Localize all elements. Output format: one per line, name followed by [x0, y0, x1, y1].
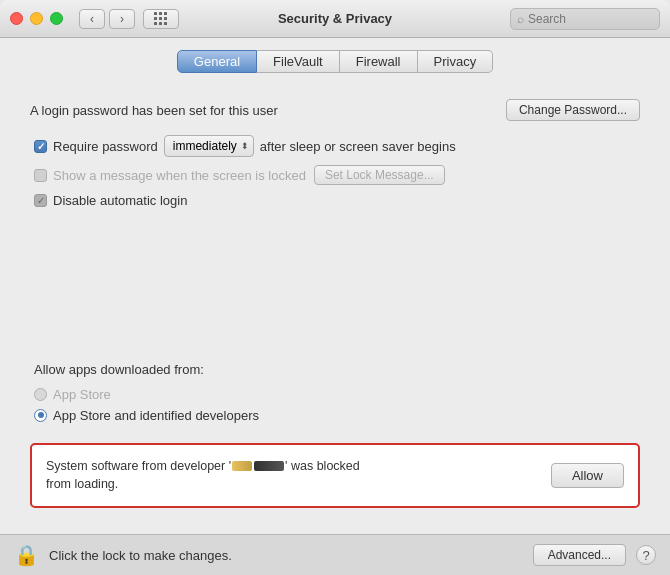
password-label: A login password has been set for this u… [30, 103, 506, 118]
disable-autologin-label: Disable automatic login [53, 193, 187, 208]
disable-autologin-row: Disable automatic login [30, 193, 640, 208]
set-lock-message-button[interactable]: Set Lock Message... [314, 165, 445, 185]
dropdown-value: immediately [173, 139, 237, 153]
change-password-button[interactable]: Change Password... [506, 99, 640, 121]
blocked-text-line2: from loading. [46, 477, 118, 491]
developer-highlight-2 [254, 461, 284, 471]
tab-bar: General FileVault Firewall Privacy [0, 38, 670, 83]
developer-highlight-1 [232, 461, 252, 471]
app-store-radio-row: App Store [30, 387, 640, 402]
back-button[interactable]: ‹ [79, 9, 105, 29]
allow-apps-label: Allow apps downloaded from: [30, 362, 640, 377]
lock-icon[interactable]: 🔒 [14, 543, 39, 567]
tab-filevault[interactable]: FileVault [257, 50, 340, 73]
general-panel: A login password has been set for this u… [0, 83, 670, 534]
blocked-text: System software from developer '' was bl… [46, 457, 537, 495]
password-timing-dropdown[interactable]: immediately ⬍ [164, 135, 254, 157]
blocked-notice: System software from developer '' was bl… [30, 443, 640, 509]
disable-autologin-checkbox[interactable] [34, 194, 47, 207]
tab-general[interactable]: General [177, 50, 257, 73]
lock-label: Click the lock to make changes. [49, 548, 523, 563]
help-button[interactable]: ? [636, 545, 656, 565]
app-store-identified-radio[interactable] [34, 409, 47, 422]
password-section: A login password has been set for this u… [30, 99, 640, 121]
app-store-radio-label: App Store [53, 387, 111, 402]
minimize-button[interactable] [30, 12, 43, 25]
require-password-label-before: Require password [53, 139, 158, 154]
allow-button[interactable]: Allow [551, 463, 624, 488]
search-bar[interactable]: ⌕ [510, 8, 660, 30]
titlebar: ‹ › Security & Privacy ⌕ [0, 0, 670, 38]
maximize-button[interactable] [50, 12, 63, 25]
close-button[interactable] [10, 12, 23, 25]
window-controls [10, 12, 63, 25]
allow-apps-section: Allow apps downloaded from: App Store Ap… [30, 362, 640, 429]
search-icon: ⌕ [517, 12, 524, 26]
window-title: Security & Privacy [278, 11, 392, 26]
tab-firewall[interactable]: Firewall [340, 50, 418, 73]
search-input[interactable] [528, 12, 653, 26]
grid-button[interactable] [143, 9, 179, 29]
require-password-row: Require password immediately ⬍ after sle… [30, 135, 640, 157]
show-message-row: Show a message when the screen is locked… [30, 165, 640, 185]
show-message-checkbox[interactable] [34, 169, 47, 182]
app-store-identified-radio-label: App Store and identified developers [53, 408, 259, 423]
nav-buttons: ‹ › [79, 9, 135, 29]
app-store-radio[interactable] [34, 388, 47, 401]
advanced-button[interactable]: Advanced... [533, 544, 626, 566]
bottom-bar: 🔒 Click the lock to make changes. Advanc… [0, 534, 670, 575]
require-password-checkbox[interactable] [34, 140, 47, 153]
app-store-identified-radio-row: App Store and identified developers [30, 408, 640, 423]
main-content: General FileVault Firewall Privacy A log… [0, 38, 670, 575]
blocked-text-before: System software from developer ' [46, 459, 231, 473]
forward-button[interactable]: › [109, 9, 135, 29]
show-message-label: Show a message when the screen is locked [53, 168, 306, 183]
require-password-label-after: after sleep or screen saver begins [260, 139, 456, 154]
blocked-text-after: ' was blocked [285, 459, 360, 473]
tab-privacy[interactable]: Privacy [418, 50, 494, 73]
chevron-up-down-icon: ⬍ [241, 141, 249, 151]
